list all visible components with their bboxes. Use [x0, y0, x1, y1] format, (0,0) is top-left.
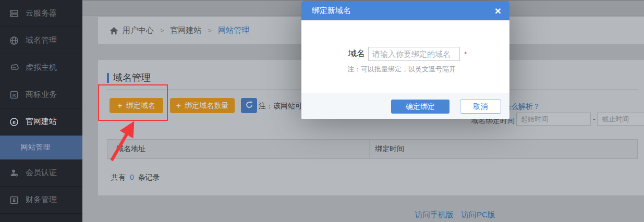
- records-prefix: 共有: [111, 173, 126, 181]
- breadcrumb-separator: >: [208, 27, 212, 34]
- sidebar-item-finance[interactable]: ¥ 财务管理: [0, 187, 82, 214]
- svg-text:e: e: [13, 119, 16, 125]
- sidebar-item-trademark[interactable]: R 商标业务: [0, 81, 82, 108]
- domain-input[interactable]: [368, 47, 460, 61]
- column-header-bind-time: 绑定时间: [370, 144, 404, 154]
- globe-icon: [9, 36, 19, 45]
- sidebar-item-label: 域名管理: [26, 35, 57, 45]
- modal-note: 注：可以批量绑定，以英文逗号隔开: [347, 65, 456, 74]
- sidebar-subitem-label: 网站管理: [21, 143, 50, 152]
- sidebar-item-website-building[interactable]: e 官网建站: [0, 108, 82, 135]
- visit-mobile-link[interactable]: 访问手机版: [415, 210, 454, 220]
- sidebar-item-label: 商标业务: [26, 90, 57, 100]
- records-summary: 共有 0 条记录: [111, 173, 160, 182]
- breadcrumb-current[interactable]: 网站管理: [218, 26, 249, 35]
- column-header-domain: 域名地址: [107, 144, 369, 154]
- footer-links: 访问手机版 访问PC版: [415, 210, 495, 220]
- plus-icon: +: [176, 102, 181, 110]
- bind-domain-count-button-label: 绑定域名数量: [185, 101, 228, 110]
- bind-domain-button-label: 绑定域名: [126, 101, 155, 110]
- sidebar-item-domain-management[interactable]: 域名管理: [0, 27, 82, 54]
- sidebar-subitem-website-management[interactable]: 网站管理: [0, 135, 82, 159]
- website-icon: e: [9, 117, 19, 127]
- bind-domain-button[interactable]: + 绑定域名: [110, 98, 163, 113]
- domain-field-label: 域名: [348, 48, 365, 59]
- page-title-block: 域名管理: [107, 71, 151, 84]
- server-icon: [9, 9, 19, 18]
- sidebar-item-label: 云服务器: [26, 8, 57, 18]
- bind-new-domain-modal: 绑定新域名 × 域名 * 注：可以批量绑定，以英文逗号隔开 确定绑定 取消: [301, 1, 509, 119]
- page-title: 域名管理: [113, 71, 151, 84]
- date-range-separator: -: [593, 115, 596, 124]
- modal-header: 绑定新域名 ×: [301, 1, 509, 20]
- sidebar-item-label: 会员认证: [26, 168, 57, 178]
- refresh-icon: [245, 101, 253, 110]
- sidebar-item-member-auth[interactable]: 会员认证: [0, 159, 82, 187]
- trademark-icon: R: [9, 90, 19, 100]
- home-icon: [110, 27, 118, 35]
- finance-icon: ¥: [9, 195, 19, 205]
- plus-icon: +: [117, 102, 122, 110]
- records-count: 0: [130, 173, 134, 181]
- breadcrumb-website-building[interactable]: 官网建站: [171, 26, 202, 35]
- required-asterisk: *: [464, 50, 467, 58]
- domain-field-row: 域名 *: [348, 47, 467, 61]
- sidebar-item-label: 财务管理: [26, 195, 57, 205]
- sidebar-item-cloud-server[interactable]: 云服务器: [0, 0, 82, 27]
- confirm-bind-button[interactable]: 确定绑定: [391, 100, 449, 114]
- modal-footer: 确定绑定 取消: [301, 93, 509, 119]
- table-header-row: 域名地址 绑定时间: [107, 139, 638, 159]
- sidebar-item-virtual-host[interactable]: 虚拟主机: [0, 54, 82, 81]
- title-accent-bar: [107, 73, 109, 83]
- svg-text:¥: ¥: [13, 198, 16, 203]
- end-time-input[interactable]: [597, 113, 644, 126]
- records-suffix: 条记录: [138, 173, 160, 181]
- bind-domain-count-button[interactable]: + 绑定域名数量: [170, 98, 235, 113]
- cancel-button[interactable]: 取消: [460, 100, 501, 114]
- breadcrumb-home[interactable]: 用户中心: [123, 26, 154, 35]
- host-icon: [9, 63, 19, 72]
- refresh-button[interactable]: [241, 98, 257, 113]
- sidebar-item-label: 官网建站: [26, 117, 57, 127]
- svg-text:R: R: [13, 93, 16, 98]
- close-icon[interactable]: ×: [495, 5, 501, 16]
- visit-pc-link[interactable]: 访问PC版: [461, 210, 495, 220]
- sidebar: 云服务器 域名管理 虚拟主机 R 商标业务 e 官网建站 网站管理 会员认证 ¥: [0, 0, 82, 222]
- breadcrumb-separator: >: [160, 27, 164, 34]
- modal-title: 绑定新域名: [312, 6, 495, 16]
- start-time-input[interactable]: [516, 113, 591, 126]
- member-icon: [9, 168, 19, 178]
- sidebar-item-label: 虚拟主机: [26, 63, 57, 72]
